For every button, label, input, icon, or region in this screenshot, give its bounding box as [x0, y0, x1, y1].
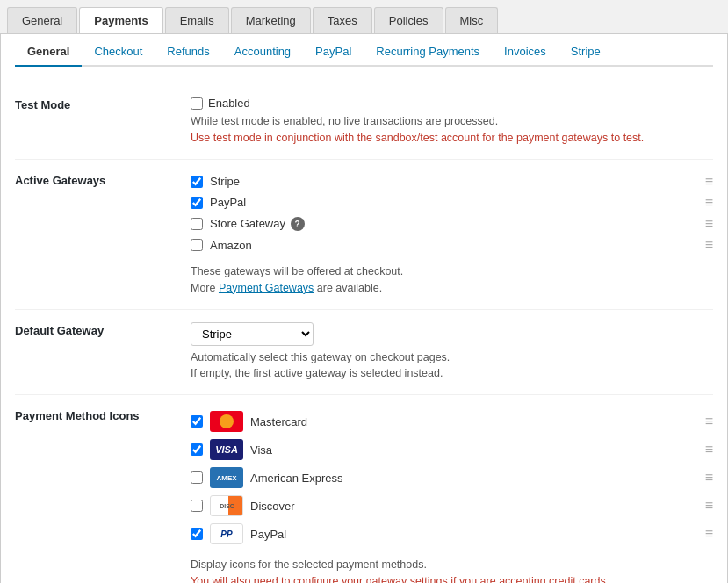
gateway-paypal-drag[interactable]: ≡ — [705, 196, 713, 210]
icon-row-mastercard: Mastercard ≡ — [191, 407, 713, 435]
gateway-stripe-name: Stripe — [210, 175, 698, 188]
gateway-stripe-checkbox[interactable] — [191, 176, 203, 188]
default-gateway-label: Default Gateway — [15, 322, 191, 337]
discover-icon: DISC — [210, 495, 243, 516]
icon-mastercard-checkbox[interactable] — [191, 415, 203, 428]
gateway-paypal: PayPal ≡ — [191, 193, 713, 212]
paypal-card-icon: PP — [210, 523, 243, 544]
gateway-paypal-checkbox[interactable] — [191, 197, 203, 209]
tab-emails[interactable]: Emails — [165, 7, 229, 33]
default-gateway-desc: Automatically select this gateway on che… — [191, 349, 713, 383]
gateway-list: Stripe ≡ PayPal ≡ Store Gateway — [191, 172, 713, 256]
active-gateways-desc1: These gateways will be offered at checko… — [191, 263, 713, 297]
test-mode-desc1: While test mode is enabled, no live tran… — [191, 113, 713, 130]
gateway-store-checkbox[interactable] — [191, 218, 203, 230]
sub-tab-invoices[interactable]: Invoices — [492, 38, 559, 67]
icon-paypal-checkbox[interactable] — [191, 528, 203, 540]
content-area: General Checkout Refunds Accounting PayP… — [0, 34, 728, 583]
icon-discover-name: Discover — [250, 500, 698, 513]
test-mode-checkbox-label: Enabled — [208, 97, 250, 110]
tab-general[interactable]: General — [7, 7, 77, 33]
amex-icon: AMEX — [210, 467, 243, 488]
gateway-amazon-name: Amazon — [210, 239, 698, 252]
tab-marketing[interactable]: Marketing — [231, 7, 311, 33]
test-mode-content: Enabled While test mode is enabled, no l… — [191, 97, 713, 147]
icon-mastercard-drag[interactable]: ≡ — [705, 414, 713, 428]
icon-mastercard-name: Mastercard — [250, 415, 698, 428]
test-mode-desc2: Use test mode in conjunction with the sa… — [191, 130, 713, 147]
gateway-paypal-name: PayPal — [210, 196, 698, 209]
payment-gateways-link[interactable]: Payment Gateways — [219, 282, 314, 294]
gateway-store-drag[interactable]: ≡ — [705, 217, 713, 231]
icon-discover-drag[interactable]: ≡ — [705, 499, 713, 513]
sub-tab-paypal[interactable]: PayPal — [303, 38, 364, 67]
payment-icons-label: Payment Method Icons — [15, 407, 191, 422]
sub-tab-recurring[interactable]: Recurring Payments — [364, 38, 492, 67]
payment-icons-content: Mastercard ≡ VISA Visa ≡ — [191, 407, 713, 583]
icon-amex-drag[interactable]: ≡ — [705, 471, 713, 485]
payment-icons-desc1: Display icons for the selected payment m… — [191, 557, 713, 573]
test-mode-row: Test Mode Enabled While test mode is ena… — [15, 84, 713, 160]
active-gateways-label: Active Gateways — [15, 172, 191, 187]
icon-row-amex: AMEX American Express ≡ — [191, 464, 713, 492]
default-gateway-content: Stripe PayPal Store Gateway Amazon Autom… — [191, 322, 713, 383]
gateway-store-name: Store Gateway ? — [210, 217, 698, 232]
default-gateway-row: Default Gateway Stripe PayPal Store Gate… — [15, 310, 713, 396]
sub-tab-refunds[interactable]: Refunds — [155, 38, 221, 67]
tab-payments[interactable]: Payments — [79, 7, 162, 33]
payment-icons-row: Payment Method Icons Mastercard ≡ — [15, 395, 713, 583]
default-gateway-select[interactable]: Stripe PayPal Store Gateway Amazon — [191, 322, 314, 346]
gateway-stripe-drag[interactable]: ≡ — [705, 175, 713, 189]
gateway-store: Store Gateway ? ≡ — [191, 214, 713, 234]
sub-tab-stripe[interactable]: Stripe — [559, 38, 613, 67]
mastercard-icon — [210, 411, 243, 432]
icon-visa-drag[interactable]: ≡ — [705, 443, 713, 457]
gateway-stripe: Stripe ≡ — [191, 172, 713, 191]
test-mode-checkbox[interactable] — [191, 97, 203, 110]
icon-visa-name: Visa — [250, 443, 698, 457]
store-gateway-help-icon[interactable]: ? — [291, 217, 305, 231]
icon-row-visa: VISA Visa ≡ — [191, 435, 713, 464]
sub-tab-checkout[interactable]: Checkout — [82, 38, 155, 67]
test-mode-label: Test Mode — [15, 97, 191, 112]
tab-taxes[interactable]: Taxes — [313, 7, 372, 33]
sub-tab-general[interactable]: General — [15, 38, 82, 67]
tab-misc[interactable]: Misc — [445, 7, 499, 33]
active-gateways-content: Stripe ≡ PayPal ≡ Store Gateway — [191, 172, 713, 297]
sub-tab-accounting[interactable]: Accounting — [222, 38, 303, 67]
icon-paypal-name: PayPal — [250, 528, 698, 541]
sub-nav: General Checkout Refunds Accounting PayP… — [15, 34, 713, 67]
test-mode-checkbox-row: Enabled — [191, 97, 713, 110]
settings-table: Test Mode Enabled While test mode is ena… — [15, 84, 713, 583]
gateway-amazon-drag[interactable]: ≡ — [705, 238, 713, 252]
icon-row-paypal: PP PayPal ≡ — [191, 520, 713, 548]
icon-row-discover: DISC Discover ≡ — [191, 492, 713, 520]
visa-icon: VISA — [210, 439, 243, 460]
icon-visa-checkbox[interactable] — [191, 443, 203, 456]
gateway-amazon: Amazon ≡ — [191, 235, 713, 255]
active-gateways-row: Active Gateways Stripe ≡ PayPal ≡ — [15, 160, 713, 310]
page-wrapper: General Payments Emails Marketing Taxes … — [0, 0, 728, 583]
gateway-amazon-checkbox[interactable] — [191, 239, 203, 251]
icon-discover-checkbox[interactable] — [191, 500, 203, 512]
tab-policies[interactable]: Policies — [374, 7, 443, 33]
icon-amex-checkbox[interactable] — [191, 471, 203, 484]
top-tab-bar: General Payments Emails Marketing Taxes … — [0, 0, 728, 34]
icon-amex-name: American Express — [250, 471, 698, 485]
payment-icons-desc2: You will also need to configure your gat… — [191, 573, 713, 583]
icon-paypal-drag[interactable]: ≡ — [705, 527, 713, 541]
